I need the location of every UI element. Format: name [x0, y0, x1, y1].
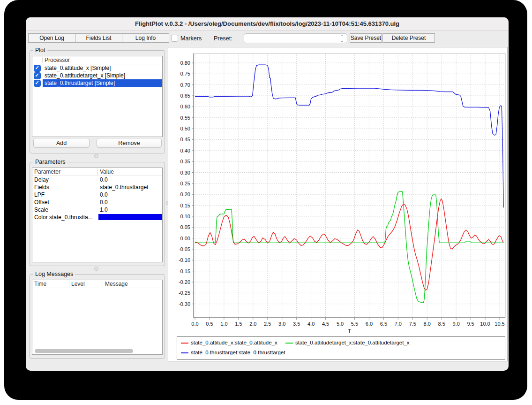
flightplot-window: FlightPlot v.0.3.2 - /Users/oleg/Documen…	[26, 17, 509, 371]
parameter-value: 1.0	[100, 206, 162, 214]
processor-checkbox-icon[interactable]	[34, 65, 41, 72]
time-column-header: Time	[34, 280, 46, 288]
svg-text:0.75: 0.75	[180, 71, 190, 76]
parameter-value: state_0.thrusttarget	[100, 183, 162, 191]
svg-text:0.50: 0.50	[180, 126, 190, 131]
svg-text:-0.20: -0.20	[179, 279, 190, 285]
parameter-value: 0.0	[100, 191, 162, 199]
horizontal-scrollbar[interactable]	[35, 349, 133, 353]
svg-text:0.05: 0.05	[180, 224, 190, 230]
svg-text:1.5: 1.5	[235, 321, 242, 327]
parameter-row[interactable]: Scale 1.0	[32, 206, 162, 214]
window-title: FlightPlot v.0.3.2 - /Users/oleg/Documen…	[26, 17, 509, 31]
titlebar: FlightPlot v.0.3.2 - /Users/oleg/Documen…	[26, 17, 509, 31]
svg-text:0.35: 0.35	[180, 159, 190, 164]
legend-item: state_0.attitude_x:state_0.attitude_x	[181, 340, 277, 345]
save-preset-button[interactable]: Save Preset	[350, 33, 382, 43]
legend-item: state_0.attitudetarget_x:state_0.attitud…	[285, 340, 410, 345]
parameter-row[interactable]: Offset 0.0	[32, 199, 162, 206]
message-column-header: Message	[105, 280, 128, 288]
svg-text:10.5: 10.5	[495, 321, 504, 327]
processor-list-header: Processor	[32, 56, 162, 64]
legend-label: state_0.attitudetarget_x:state_0.attitud…	[295, 340, 410, 345]
fields-list-button[interactable]: Fields List	[75, 33, 122, 43]
svg-text:0.25: 0.25	[180, 181, 190, 186]
svg-text:2.5: 2.5	[264, 321, 271, 327]
level-column-header: Level	[71, 280, 85, 288]
processor-row[interactable]: state_0.attitudetarget_x [Simple]	[32, 72, 162, 79]
svg-text:0.55: 0.55	[180, 115, 190, 121]
processor-list[interactable]: Processor state_0.attitude_x [Simple] st…	[32, 56, 163, 137]
svg-text:0.20: 0.20	[180, 191, 190, 197]
processor-row[interactable]: state_0.thrusttarget [Simple]	[32, 79, 162, 87]
svg-text:0.80: 0.80	[180, 60, 190, 66]
markers-label: Markers	[180, 35, 202, 42]
svg-text:5.5: 5.5	[351, 321, 358, 327]
open-log-button[interactable]: Open Log	[28, 33, 75, 43]
svg-text:4.0: 4.0	[307, 321, 315, 327]
delete-preset-button[interactable]: Delete Preset	[382, 33, 435, 43]
splitter-handle[interactable]	[94, 267, 98, 271]
svg-text:T: T	[348, 328, 352, 335]
parameter-row[interactable]: Color state_0.thrustta...	[32, 214, 162, 221]
svg-text:-0.25: -0.25	[179, 290, 190, 296]
svg-text:0.10: 0.10	[180, 214, 190, 219]
svg-text:0.60: 0.60	[180, 104, 190, 109]
processor-column-header: Processor	[45, 56, 70, 64]
log-messages-table[interactable]: Time Level Message	[32, 280, 163, 355]
preset-combobox[interactable]: ⌃⌄	[244, 33, 347, 43]
flight-data-chart[interactable]: 0.800.750.700.650.600.550.500.450.400.35…	[168, 47, 507, 335]
svg-text:2.0: 2.0	[249, 321, 256, 327]
processor-row-label: state_0.attitude_x [Simple]	[43, 64, 162, 72]
svg-text:3.5: 3.5	[293, 321, 300, 327]
add-button[interactable]: Add	[33, 138, 90, 148]
svg-text:7.5: 7.5	[409, 321, 416, 327]
svg-text:1.0: 1.0	[220, 321, 227, 327]
svg-text:3.0: 3.0	[278, 321, 285, 327]
svg-text:7.0: 7.0	[395, 321, 402, 327]
svg-text:8.0: 8.0	[424, 321, 431, 327]
parameter-name: Fields	[34, 183, 97, 191]
svg-text:-0.10: -0.10	[179, 257, 190, 263]
parameter-row[interactable]: Delay 0.0	[32, 176, 162, 183]
preset-label: Preset:	[214, 35, 232, 42]
chart-panel: 0.800.750.700.650.600.550.500.450.400.35…	[168, 47, 508, 361]
parameter-name: Offset	[34, 199, 97, 206]
legend-item: state_0.thrusttarget:state_0.thrusttarge…	[181, 350, 285, 355]
processor-row-label: state_0.attitudetarget_x [Simple]	[43, 72, 162, 79]
log-info-button[interactable]: Log Info	[122, 33, 169, 43]
processor-checkbox-icon[interactable]	[34, 72, 41, 79]
markers-checkbox[interactable]	[171, 35, 178, 42]
screen-background: FlightPlot v.0.3.2 - /Users/oleg/Documen…	[0, 0, 532, 405]
param-color-swatch[interactable]	[98, 214, 162, 220]
combo-stepper-icon[interactable]: ⌃⌄	[339, 34, 345, 43]
svg-text:8.5: 8.5	[438, 321, 445, 327]
processor-row[interactable]: state_0.attitude_x [Simple]	[32, 64, 162, 72]
parameter-name: Scale	[34, 206, 97, 214]
splitter-handle[interactable]	[94, 154, 98, 158]
parameter-row[interactable]: LPF 0.0	[32, 191, 162, 199]
processor-checkbox-icon[interactable]	[34, 80, 41, 87]
parameter-value: 0.0	[100, 199, 162, 206]
svg-text:0.15: 0.15	[180, 203, 190, 208]
blue-series-dash-icon	[181, 352, 188, 353]
parameter-name: LPF	[34, 191, 97, 199]
log-messages-header: Time Level Message	[32, 280, 162, 288]
svg-text:5.0: 5.0	[337, 321, 344, 327]
svg-text:0.00: 0.00	[180, 236, 190, 241]
chart-legend: state_0.attitude_x:state_0.attitude_x st…	[177, 336, 505, 359]
svg-text:-0.30: -0.30	[179, 301, 190, 307]
green-series-dash-icon	[285, 343, 293, 344]
svg-text:0.5: 0.5	[206, 321, 213, 327]
parameters-table[interactable]: Parameter Value Delay 0.0 Fields state_0…	[32, 168, 163, 262]
svg-text:6.0: 6.0	[366, 321, 373, 327]
svg-text:0.65: 0.65	[180, 93, 190, 99]
parameter-row[interactable]: Fields state_0.thrusttarget	[32, 183, 162, 191]
svg-text:0.40: 0.40	[180, 148, 190, 153]
remove-button[interactable]: Remove	[97, 138, 162, 148]
log-messages-group-title: Log Messages	[33, 271, 75, 277]
svg-text:9.5: 9.5	[467, 321, 474, 327]
legend-label: state_0.attitude_x:state_0.attitude_x	[191, 340, 277, 345]
plot-group-title: Plot	[33, 47, 47, 53]
value-column-header: Value	[100, 168, 114, 176]
